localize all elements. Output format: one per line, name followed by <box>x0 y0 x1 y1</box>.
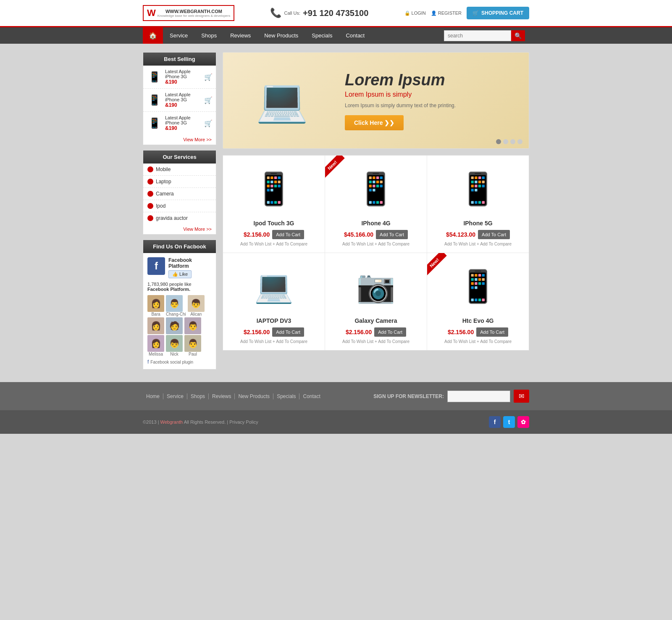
product-4-name: IAPTOP DV3 <box>229 317 318 324</box>
add-to-cart-5[interactable]: Add To Cart <box>374 327 406 337</box>
logo-tagline: Knowledge base for web designers & devel… <box>158 14 230 18</box>
wish-list-3[interactable]: Add To Wish List <box>444 242 475 246</box>
nav-specials[interactable]: Specials <box>305 28 339 43</box>
wish-list-5[interactable]: Add To Wish List <box>342 339 373 344</box>
service-camera[interactable]: Camera <box>143 188 216 200</box>
cart-add-icon-2[interactable]: 🛒 <box>204 96 213 104</box>
add-to-cart-4[interactable]: Add To Cart <box>272 327 304 337</box>
nav-contact[interactable]: Contact <box>339 28 371 43</box>
newsletter-submit[interactable]: ✉ <box>514 390 529 403</box>
cart-add-icon-3[interactable]: 🛒 <box>204 119 213 127</box>
nav-new-products[interactable]: New Products <box>257 28 305 43</box>
product-4-price: $2.156.00 <box>244 329 270 335</box>
register-button[interactable]: 👤 REGISTER <box>431 11 462 16</box>
sidebar-product-2: 📱 Latest Apple iPhone 3G &190 🛒 <box>143 89 216 112</box>
product-icon-2: 📱 <box>147 94 163 106</box>
compare-1[interactable]: + Add To Compare <box>273 242 307 246</box>
nav-shops[interactable]: Shops <box>194 28 223 43</box>
footer-contact[interactable]: Contact <box>299 393 323 399</box>
service-mobile[interactable]: Mobile <box>143 164 216 176</box>
fb-avatar-nick: 👦 <box>166 335 183 352</box>
fb-plugin-label: f Facebook social plugin <box>147 359 212 365</box>
product-name-3: Latest Apple iPhone 3G <box>165 115 202 125</box>
banner-dots <box>496 139 522 144</box>
banner-subtitle: Lorem Ipsum is simply <box>345 91 520 98</box>
compare-5[interactable]: + Add To Compare <box>375 339 410 344</box>
product-4-actions: Add To Wish List + Add To Compare <box>229 339 318 344</box>
product-card-5: 📷 Galaxy Camera $2.156.00 Add To Cart Ad… <box>325 253 427 350</box>
product-icon-1: 📱 <box>147 71 163 83</box>
nav-reviews[interactable]: Reviews <box>223 28 257 43</box>
wish-list-6[interactable]: Add To Wish List <box>444 339 475 344</box>
fb-avatar-alican: 👦 <box>188 295 205 312</box>
wish-list-1[interactable]: Add To Wish List <box>240 242 271 246</box>
product-icon-3: 📱 <box>147 117 163 129</box>
product-6-price: $2.156.00 <box>448 329 474 335</box>
newsletter-label: SIGN UP FOR NEWSLETTER: <box>373 393 444 399</box>
service-ipod[interactable]: Ipod <box>143 200 216 212</box>
service-gravida[interactable]: gravida auctor <box>143 212 216 224</box>
product-1-actions: Add To Wish List + Add To Compare <box>229 242 318 246</box>
compare-3[interactable]: + Add To Compare <box>477 242 512 246</box>
product-5-price: $2.156.00 <box>346 329 372 335</box>
fb-avatar-chang: 👨 <box>166 295 183 312</box>
lock-icon: 🔒 <box>404 11 410 16</box>
dot-1[interactable] <box>496 139 501 144</box>
footer-reviews[interactable]: Reviews <box>209 393 235 399</box>
footer-home[interactable]: Home <box>143 393 163 399</box>
dot-2[interactable] <box>503 139 508 144</box>
product-1-image: 📱 <box>229 162 318 216</box>
footer-shops[interactable]: Shops <box>187 393 209 399</box>
phone-number: +91 120 4735100 <box>303 8 368 18</box>
flickr-social-icon[interactable]: ✿ <box>517 416 529 428</box>
newsletter-section: SIGN UP FOR NEWSLETTER: ✉ <box>373 390 529 403</box>
footer-service[interactable]: Service <box>163 393 187 399</box>
banner-cta-button[interactable]: Click Here ❯❯ <box>345 115 404 130</box>
nav-service[interactable]: Service <box>163 28 194 43</box>
sidebar: Best Selling 📱 Latest Apple iPhone 3G &1… <box>143 52 216 369</box>
cart-add-icon-1[interactable]: 🛒 <box>204 73 213 81</box>
add-to-cart-6[interactable]: Add To Cart <box>476 327 508 337</box>
service-dot-1 <box>147 166 153 172</box>
compare-6[interactable]: + Add To Compare <box>477 339 512 344</box>
fb-like-button[interactable]: 👍 Like <box>168 270 192 278</box>
footer-specials[interactable]: Specials <box>273 393 299 399</box>
header-actions: 🔒 LOGIN 👤 REGISTER 🛒 SHOPPING CART <box>404 7 529 19</box>
view-more-products[interactable]: View More >> <box>143 135 216 145</box>
compare-2[interactable]: + Add To Compare <box>375 242 410 246</box>
main-content: 💻 Lorem Ipsum Lorem Ipsum is simply Lore… <box>216 52 529 369</box>
product-card-2: New! 📱 IPhone 4G $45.166.00 Add To Cart … <box>325 156 427 253</box>
product-2-name: IPhone 4G <box>331 220 420 227</box>
add-to-cart-2[interactable]: Add To Cart <box>376 230 408 239</box>
wish-list-2[interactable]: Add To Wish List <box>342 242 373 246</box>
product-price-2: &190 <box>165 102 202 108</box>
product-card-6: New! 📱 Htc Evo 4G $2.156.00 Add To Cart … <box>427 253 529 350</box>
add-to-cart-3[interactable]: Add To Cart <box>478 230 510 239</box>
login-button[interactable]: 🔒 LOGIN <box>404 11 426 16</box>
service-dot-2 <box>147 179 153 185</box>
wish-list-4[interactable]: Add To Wish List <box>240 339 271 344</box>
compare-4[interactable]: + Add To Compare <box>273 339 307 344</box>
view-more-services[interactable]: View More >> <box>143 224 216 234</box>
service-laptop[interactable]: Laptop <box>143 176 216 188</box>
logo: W WWW.WEBGRANTH.COM Knowledge base for w… <box>143 5 234 21</box>
product-2-price: $45.166.00 <box>344 231 373 238</box>
search-button[interactable]: 🔍 <box>511 30 525 41</box>
fb-avatar-row2: 👩 🧑 👨 <box>147 317 212 334</box>
search-input[interactable] <box>444 30 511 41</box>
product-3-image: 📱 <box>433 162 522 216</box>
footer-new-products[interactable]: New Products <box>235 393 273 399</box>
newsletter-input[interactable] <box>447 390 510 402</box>
dot-4[interactable] <box>517 139 522 144</box>
nav-home[interactable]: 🏠 <box>143 27 163 44</box>
product-3-actions: Add To Wish List + Add To Compare <box>433 242 522 246</box>
facebook-social-icon[interactable]: f <box>489 416 501 428</box>
add-to-cart-1[interactable]: Add To Cart <box>272 230 304 239</box>
cart-button[interactable]: 🛒 SHOPPING CART <box>467 7 529 19</box>
brand-link[interactable]: Webgranth <box>160 419 183 425</box>
product-5-actions: Add To Wish List + Add To Compare <box>331 339 420 344</box>
twitter-social-icon[interactable]: t <box>503 416 515 428</box>
dot-3[interactable] <box>510 139 515 144</box>
fb-avatar-paul: 👨 <box>184 335 201 352</box>
product-5-image: 📷 <box>331 259 420 314</box>
